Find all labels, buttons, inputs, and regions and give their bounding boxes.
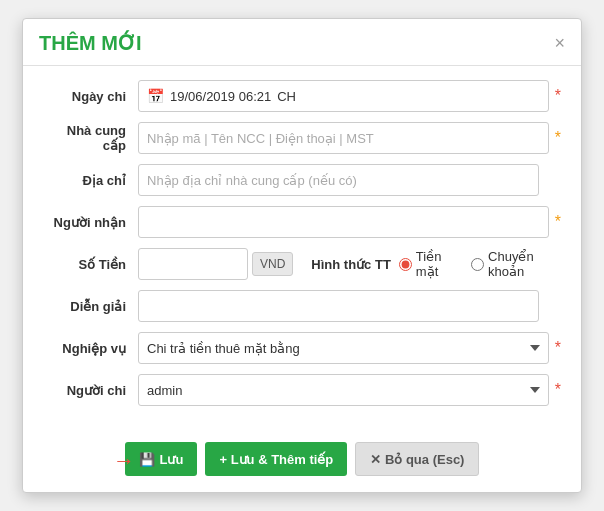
dia-chi-row: Địa chỉ (43, 164, 561, 196)
dien-giai-input[interactable]: Thuê mặt bằng T06/2019 (138, 290, 539, 322)
nghiep-vu-select[interactable]: Chi trả tiền thuê mặt bằng (138, 332, 549, 364)
cancel-label: ✕ Bỏ qua (Esc) (370, 452, 464, 467)
nguoi-nhan-label: Người nhận (43, 215, 138, 230)
vnd-badge: VND (252, 252, 293, 276)
date-value: 19/06/2019 06:21 (170, 89, 271, 104)
nguoi-nhan-input[interactable]: Chị 6 (138, 206, 549, 238)
nguoi-chi-row: Người chi admin * (43, 374, 561, 406)
nghiep-vu-required: * (555, 339, 561, 357)
hinh-thuc-radio-group: Tiền mặt Chuyển khoản (399, 249, 561, 279)
ngay-chi-row: Ngày chi 📅 19/06/2019 06:21 CH * (43, 80, 561, 112)
ngay-chi-label: Ngày chi (43, 89, 138, 104)
calendar-icon: 📅 (147, 88, 164, 104)
dia-chi-label: Địa chỉ (43, 173, 138, 188)
save-button[interactable]: 💾 Lưu (125, 442, 198, 476)
so-tien-input[interactable]: 2,000,000 (138, 248, 248, 280)
ngay-chi-required: * (555, 87, 561, 105)
nguoi-nhan-wrap: Chị 6 (138, 206, 549, 238)
dien-giai-label: Diễn giải (43, 299, 138, 314)
date-picker[interactable]: 📅 19/06/2019 06:21 CH (138, 80, 549, 112)
dien-giai-row: Diễn giải Thuê mặt bằng T06/2019 (43, 290, 561, 322)
nha-cung-cap-label: Nhà cung cấp (43, 123, 138, 153)
radio-chuyen-khoan[interactable]: Chuyển khoản (471, 249, 561, 279)
save-icon: 💾 (139, 452, 155, 467)
radio-chuyen-khoan-label: Chuyển khoản (488, 249, 561, 279)
radio-tien-mat[interactable]: Tiền mặt (399, 249, 459, 279)
nghiep-vu-wrap: Chi trả tiền thuê mặt bằng (138, 332, 549, 364)
radio-tien-mat-input[interactable] (399, 258, 412, 271)
nguoi-chi-label: Người chi (43, 383, 138, 398)
radio-chuyen-khoan-input[interactable] (471, 258, 484, 271)
nha-cung-cap-required: * (555, 129, 561, 147)
dien-giai-wrap: Thuê mặt bằng T06/2019 (138, 290, 539, 322)
save-label: Lưu (160, 452, 184, 467)
save-more-label: + Lưu & Thêm tiếp (219, 452, 333, 467)
nha-cung-cap-wrap (138, 122, 549, 154)
nha-cung-cap-row: Nhà cung cấp * (43, 122, 561, 154)
close-button[interactable]: × (554, 34, 565, 52)
dia-chi-wrap (138, 164, 539, 196)
nguoi-chi-required: * (555, 381, 561, 399)
modal-header: THÊM MỚI × (23, 19, 581, 66)
so-tien-label: Số Tiền (43, 257, 138, 272)
so-tien-row: Số Tiền 2,000,000 VND Hình thức TT Tiền … (43, 248, 561, 280)
nguoi-chi-select[interactable]: admin (138, 374, 549, 406)
modal-title: THÊM MỚI (39, 31, 141, 55)
add-new-modal: THÊM MỚI × Ngày chi 📅 19/06/2019 06:21 C… (22, 18, 582, 493)
nghiep-vu-row: Nghiệp vụ Chi trả tiền thuê mặt bằng * (43, 332, 561, 364)
ngay-chi-wrap: 📅 19/06/2019 06:21 CH (138, 80, 549, 112)
so-tien-wrap: 2,000,000 VND Hình thức TT Tiền mặt Chuy… (138, 248, 561, 280)
nha-cung-cap-input[interactable] (138, 122, 549, 154)
modal-body: Ngày chi 📅 19/06/2019 06:21 CH * Nhà cun… (23, 66, 581, 430)
dia-chi-input[interactable] (138, 164, 539, 196)
ch-label: CH (277, 89, 296, 104)
radio-tien-mat-label: Tiền mặt (416, 249, 459, 279)
nguoi-nhan-row: Người nhận Chị 6 * (43, 206, 561, 238)
nguoi-nhan-required: * (555, 213, 561, 231)
cancel-button[interactable]: ✕ Bỏ qua (Esc) (355, 442, 479, 476)
nghiep-vu-label: Nghiệp vụ (43, 341, 138, 356)
modal-footer: → 💾 Lưu + Lưu & Thêm tiếp ✕ Bỏ qua (Esc) (23, 430, 581, 492)
arrow-hint: → (113, 448, 135, 474)
save-more-button[interactable]: + Lưu & Thêm tiếp (205, 442, 347, 476)
hinh-thuc-label: Hình thức TT (311, 257, 391, 272)
nguoi-chi-wrap: admin (138, 374, 549, 406)
